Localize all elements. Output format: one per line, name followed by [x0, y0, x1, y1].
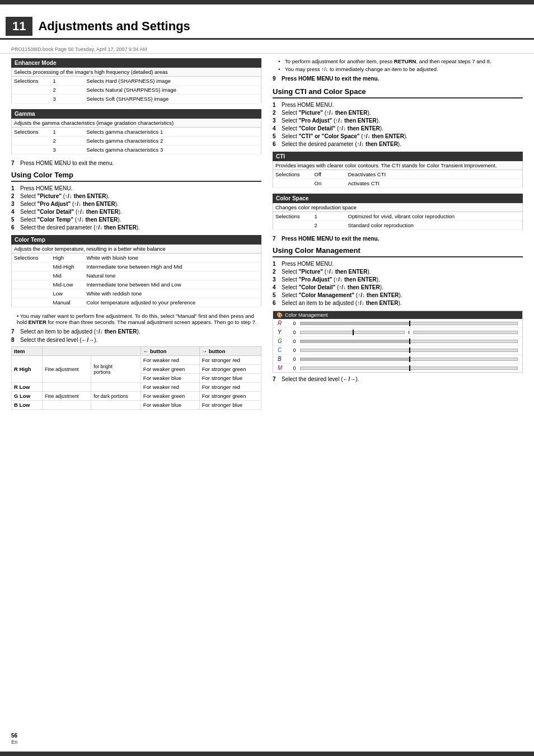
step-cm-4: 4 Select "Color Detail" (↑/↓ then ENTER)…: [273, 284, 523, 290]
cm-row-r: R 0: [273, 319, 522, 328]
color-space-section: Color Space Changes color reproduction s…: [273, 194, 523, 230]
cm-row-y: Y 0 I: [273, 328, 522, 337]
color-space-desc: Changes color reproduction space: [273, 203, 523, 212]
using-cti-title: Using CTI and Color Space: [273, 87, 523, 98]
right-column: • To perform adjustment for another item…: [273, 58, 523, 415]
step-cti-2: 2 Select "Picture" (↑/↓ then ENTER).: [273, 110, 523, 116]
bullet-2: • You may press ↑/↓ to immediately chang…: [273, 66, 523, 72]
step-text-7: Press HOME MENU to exit the menu.: [20, 160, 261, 166]
table-row: R Low For weaker red For stronger red: [12, 383, 261, 392]
step-num-7: 7: [11, 160, 20, 166]
table-row: Selections Off Deactivates CTI: [273, 170, 523, 179]
cm-row-c: C 0: [273, 346, 522, 355]
table-row: Selections 1 Selects gamma characteristi…: [12, 128, 261, 137]
step-9: 9 Press HOME MENU to exit the menu.: [273, 76, 523, 82]
selections-label: Selections: [12, 77, 51, 86]
bullets-section: • To perform adjustment for another item…: [273, 58, 523, 72]
enhancer-mode-header: Enhancer Mode: [11, 58, 261, 68]
table-row: G Low Fine adjustment for dark portions …: [12, 392, 261, 401]
chapter-title: Adjustments and Settings: [38, 19, 190, 34]
table-row: Mid Natural tone: [12, 271, 261, 280]
step-num: 1: [11, 185, 20, 191]
color-space-header: Color Space: [273, 194, 523, 203]
chapter-number: 11: [6, 17, 32, 36]
using-color-temp-section: Using Color Temp 1 Press HOME MENU. 2 Se…: [11, 171, 261, 231]
using-color-mgmt-title: Using Color Management: [273, 246, 523, 257]
page-lang: En: [11, 739, 18, 745]
step-text: Press HOME MENU.: [20, 185, 261, 191]
step-cti-4: 4 Select "Color Detail" (↑/↓ then ENTER)…: [273, 125, 523, 132]
table-row: 2 Selects Natural (SHARPNESS) image: [12, 86, 261, 95]
color-temp-desc: Adjusts the color temperature, resulting…: [11, 245, 261, 253]
step-7d: 7 Select the desired level (←/→).: [273, 376, 523, 382]
cm-label-b: B: [278, 356, 289, 362]
table-row: Low White with reddish tone: [12, 289, 261, 298]
step-cm-6: 6 Select an item to be adjusted (↑/↓ the…: [273, 300, 523, 306]
step-cti-3: 3 Select "Pro Adjust" (↑/↓ then ENTER).: [273, 118, 523, 124]
step-ct-1: 1 Press HOME MENU.: [11, 185, 261, 191]
page-header: 11 Adjustments and Settings: [0, 17, 534, 40]
table-header-row: Item ← button → button: [12, 347, 261, 356]
step-cti-1: 1 Press HOME MENU.: [273, 102, 523, 108]
bottom-bar: [0, 752, 534, 756]
col-fine-header: [43, 347, 141, 356]
table-row: Selections 1 Optimized for vivid, vibran…: [273, 212, 523, 221]
color-management-box: 🎨 Color Management R 0 Y 0: [273, 311, 523, 373]
using-color-temp-title: Using Color Temp: [11, 171, 261, 182]
cti-desc: Provides images with clearer color conto…: [273, 161, 523, 170]
gamma-header: Gamma: [11, 109, 261, 119]
item-table: Item ← button → button R High Fine adjus…: [11, 346, 261, 410]
step-cm-3: 3 Select "Pro Adjust" (↑/↓ then ENTER).: [273, 276, 523, 283]
table-row: On Activates CTI: [273, 179, 523, 188]
enhancer-mode-desc: Selects processing of the image's high f…: [11, 68, 261, 77]
cm-label-m: M: [278, 365, 289, 371]
using-color-mgmt-section: Using Color Management 1 Press HOME MENU…: [273, 246, 523, 306]
color-temp-table: Selections High White with bluish tone M…: [11, 253, 261, 307]
cm-label-c: C: [278, 347, 289, 353]
cti-section: CTI Provides images with clearer color c…: [273, 152, 523, 188]
step-ct-3: 3 Select "Pro Adjust" (↑/↓ then ENTER).: [11, 201, 261, 207]
gamma-desc: Adjusts the gamma characteristics (image…: [11, 119, 261, 128]
step-cti-6: 6 Select the desired parameter (↑/↓ then…: [273, 141, 523, 147]
using-cti-section: Using CTI and Color Space 1 Press HOME M…: [273, 87, 523, 147]
page-footer: 56 En: [11, 732, 18, 745]
table-row: 3 Selects Soft (SHARPNESS) image: [12, 95, 261, 104]
gamma-table: Selections 1 Selects gamma characteristi…: [11, 128, 261, 154]
step-ct-6: 6 Select the desired parameter (↑/↓ then…: [11, 224, 261, 231]
step-cm-2: 2 Select "Picture" (↑/↓ then ENTER).: [273, 269, 523, 275]
table-row: Selections High White with bluish tone: [12, 253, 261, 262]
left-column: Enhancer Mode Selects processing of the …: [11, 58, 261, 415]
bullet-1: • To perform adjustment for another item…: [273, 58, 523, 64]
step-ct-5: 5 Select "Color Temp" (↑/↓ then ENTER).: [11, 217, 261, 223]
col-item-header: Item: [12, 347, 43, 356]
table-row: Selections 1 Selects Hard (SHARPNESS) im…: [12, 77, 261, 86]
step-8: 8 Select the desired level (←/→).: [11, 337, 261, 343]
step-cti-5: 5 Select "CTI" or "Color Space" (↑/↓ the…: [273, 133, 523, 139]
cm-label-r: R: [278, 320, 289, 326]
cm-label-y: Y: [278, 329, 289, 335]
step-cm-1: 1 Press HOME MENU.: [273, 261, 523, 267]
cm-row-m: M 0: [273, 364, 522, 372]
color-space-table: Selections 1 Optimized for vivid, vibran…: [273, 212, 523, 230]
col-left-header: ← button: [140, 347, 199, 356]
enhancer-mode-table: Selections 1 Selects Hard (SHARPNESS) im…: [11, 77, 261, 104]
step-7b: 7 Select an item to be adjusted (↑/↓ the…: [11, 328, 261, 335]
color-temp-header: Color Temp: [11, 235, 261, 245]
item-table-section: Item ← button → button R High Fine adjus…: [11, 346, 261, 410]
color-temp-section: Color Temp Adjusts the color temperature…: [11, 235, 261, 307]
table-row: Mid-High Intermediate tone between High …: [12, 262, 261, 271]
cm-label-g: G: [278, 338, 289, 344]
table-row: R High Fine adjustment for brightportion…: [12, 356, 261, 365]
cm-row-b: B 0: [273, 355, 522, 364]
step-7: 7 Press HOME MENU to exit the menu.: [11, 160, 261, 166]
step-ct-4: 4 Select "Color Detail" (↑/↓ then ENTER)…: [11, 209, 261, 215]
table-row: Manual Color temperature adjusted to you…: [12, 298, 261, 307]
gamma-section: Gamma Adjusts the gamma characteristics …: [11, 109, 261, 154]
enhancer-mode-section: Enhancer Mode Selects processing of the …: [11, 58, 261, 104]
top-bar: [0, 0, 534, 4]
content-wrapper: Enhancer Mode Selects processing of the …: [0, 58, 534, 415]
page-number: 56: [11, 732, 17, 739]
table-row: Mid-Low Intermediate tone between Mid an…: [12, 280, 261, 289]
step-cm-5: 5 Select "Color Management" (↑/↓ then EN…: [273, 292, 523, 298]
table-row: 3 Selects gamma characteristics 3: [12, 145, 261, 154]
